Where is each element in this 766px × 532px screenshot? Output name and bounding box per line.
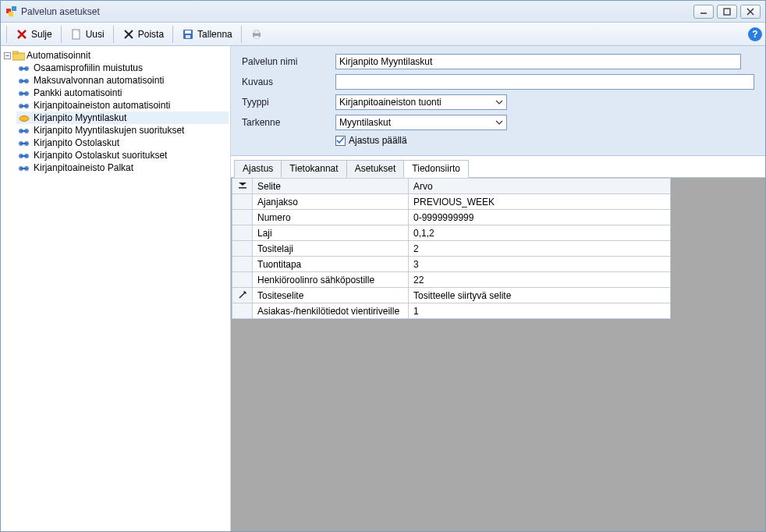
help-button[interactable]: ?	[748, 27, 762, 41]
column-header-arvo[interactable]: Arvo	[409, 179, 671, 194]
cell-selite[interactable]: Tositeselite	[253, 288, 409, 303]
cell-selite[interactable]: Asiakas-/henkilötiedot vientiriveille	[253, 303, 409, 319]
row-header[interactable]	[232, 303, 253, 319]
form-area: Palvelun nimi Kuvaus Tyyppi Kirjanpitoai…	[231, 46, 765, 156]
tree-item[interactable]: Pankki automatisointi	[16, 87, 229, 99]
table-row[interactable]: Tuontitapa3	[232, 257, 671, 272]
tabs-area: AjastusTietokannatAsetuksetTiedonsiirto	[231, 156, 765, 178]
chevron-down-icon	[495, 98, 503, 108]
sub-select[interactable]: Myyntilaskut	[335, 115, 507, 130]
type-label: Tyyppi	[242, 97, 335, 108]
cell-arvo[interactable]: 2	[409, 241, 671, 257]
svg-rect-1	[12, 6, 16, 11]
table-row[interactable]: TositeseliteTositteelle siirtyvä selite	[232, 288, 671, 303]
titlebar: Palvelun asetukset	[1, 1, 765, 23]
tree-item-label: Kirjanpitoaineiston automatisointi	[34, 100, 170, 111]
delete-icon	[122, 28, 135, 41]
save-icon	[182, 28, 194, 41]
grid-corner[interactable]	[232, 179, 253, 194]
row-header[interactable]	[232, 225, 253, 241]
desc-input[interactable]	[335, 74, 754, 90]
tree-item-label: Kirjanpito Myyntilaskujen suoritukset	[34, 125, 184, 136]
svg-rect-2	[9, 12, 13, 16]
desc-label: Kuvaus	[242, 76, 335, 87]
chevron-down-icon	[495, 118, 503, 129]
cell-arvo[interactable]: 0,1,2	[409, 225, 671, 241]
tree-item[interactable]: Osaamisprofiilin muistutus	[16, 62, 229, 74]
tree-item-label: Kirjanpito Ostolaskut suoritukset	[34, 150, 167, 161]
window-title: Palvelun asetukset	[21, 6, 693, 17]
cell-selite[interactable]: Numero	[253, 210, 409, 225]
scheduler-checkbox[interactable]	[335, 136, 346, 146]
cell-arvo[interactable]: Tositteelle siirtyvä selite	[409, 288, 671, 303]
row-header[interactable]	[232, 241, 253, 257]
save-button[interactable]: Tallenna	[177, 27, 237, 42]
tree-expander-icon[interactable]: −	[4, 52, 11, 59]
close-button[interactable]: Sulje	[11, 27, 57, 42]
maximize-button[interactable]	[717, 5, 737, 19]
svg-rect-15	[186, 35, 190, 38]
svg-marker-46	[239, 183, 246, 186]
row-header[interactable]	[232, 194, 253, 210]
svg-rect-42	[20, 155, 27, 157]
tree-item[interactable]: Kirjanpitoaineiston automatisointi	[16, 99, 229, 112]
automation-icon	[18, 64, 30, 72]
close-window-button[interactable]	[740, 5, 761, 19]
new-document-icon	[70, 28, 83, 41]
tree-panel: − Automatisoinnit Osaamisprofiilin muist…	[1, 46, 231, 531]
cell-arvo[interactable]: 22	[409, 272, 671, 288]
print-button[interactable]	[246, 27, 268, 42]
new-button[interactable]: Uusi	[66, 27, 109, 42]
svg-rect-17	[254, 30, 259, 34]
cell-arvo[interactable]: 3	[409, 257, 671, 272]
tab[interactable]: Tietokannat	[281, 160, 346, 178]
data-grid[interactable]: Selite Arvo AjanjaksoPREVIOUS_WEEKNumero…	[231, 178, 672, 320]
tree-item[interactable]: Kirjanpito Ostolaskut suoritukset	[16, 149, 229, 161]
cell-arvo[interactable]: 1	[409, 303, 671, 319]
cell-selite[interactable]: Ajanjakso	[253, 194, 409, 210]
tree-item[interactable]: Kirjanpito Myyntilaskut	[16, 112, 229, 124]
table-row[interactable]: Tositelaji2	[232, 241, 671, 257]
table-row[interactable]: Henkiöroolinro sähköpostille22	[232, 272, 671, 288]
tree-item-label: Kirjanpitoaineisto Palkat	[34, 162, 133, 173]
tree-item[interactable]: Kirjanpito Myyntilaskujen suoritukset	[16, 124, 229, 137]
table-row[interactable]: AjanjaksoPREVIOUS_WEEK	[232, 194, 671, 210]
delete-button[interactable]: Poista	[118, 27, 168, 42]
body-area: − Automatisoinnit Osaamisprofiilin muist…	[1, 46, 765, 531]
cell-selite[interactable]: Tuontitapa	[253, 257, 409, 272]
tree-item[interactable]: Kirjanpito Ostolaskut	[16, 137, 229, 149]
tab[interactable]: Ajastus	[234, 160, 282, 178]
tab[interactable]: Asetukset	[346, 160, 405, 178]
sub-label: Tarkenne	[242, 117, 335, 128]
name-input[interactable]	[335, 54, 741, 69]
row-header[interactable]	[232, 210, 253, 225]
cell-arvo[interactable]: 0-9999999999	[409, 210, 671, 225]
table-row[interactable]: Laji0,1,2	[232, 225, 671, 241]
tree-item[interactable]: Kirjanpitoaineisto Palkat	[16, 161, 229, 174]
type-select[interactable]: Kirjanpitoaineiston tuonti	[335, 94, 507, 110]
folder-icon	[12, 51, 25, 61]
tree-item-label: Pankki automatisointi	[34, 87, 122, 98]
automation-icon	[18, 151, 30, 159]
print-icon	[250, 28, 263, 41]
row-header[interactable]	[232, 272, 253, 288]
automation-icon	[18, 101, 30, 109]
row-header[interactable]	[232, 288, 253, 303]
cell-arvo[interactable]: PREVIOUS_WEEK	[409, 194, 671, 210]
automation-icon	[18, 164, 30, 172]
tab[interactable]: Tiedonsiirto	[403, 160, 469, 178]
table-row[interactable]: Asiakas-/henkilötiedot vientiriveille1	[232, 303, 671, 319]
column-header-selite[interactable]: Selite	[253, 179, 409, 194]
table-row[interactable]: Numero0-9999999999	[232, 210, 671, 225]
row-header[interactable]	[232, 257, 253, 272]
minimize-button[interactable]	[693, 5, 714, 19]
cell-selite[interactable]: Laji	[253, 225, 409, 241]
svg-rect-36	[20, 130, 27, 132]
cell-selite[interactable]: Tositelaji	[253, 241, 409, 257]
tree-item-label: Maksuvalvonnan automatisointi	[34, 75, 164, 86]
svg-rect-18	[254, 36, 259, 38]
tree-item[interactable]: Maksuvalvonnan automatisointi	[16, 74, 229, 87]
tree-root[interactable]: − Automatisoinnit	[2, 49, 229, 62]
cell-selite[interactable]: Henkiöroolinro sähköpostille	[253, 272, 409, 288]
automation-active-icon	[18, 114, 30, 122]
